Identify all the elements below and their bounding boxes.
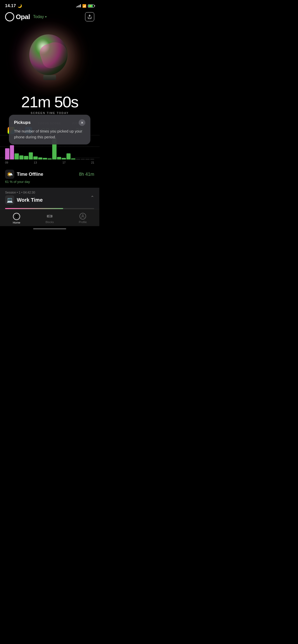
orb-sphere bbox=[29, 34, 67, 75]
moon-icon: 🌙 bbox=[18, 4, 22, 8]
time-offline-icon: 🌤️ bbox=[5, 170, 14, 179]
tab-home-label: Home bbox=[13, 221, 20, 224]
bar-6 bbox=[33, 156, 38, 159]
svg-point-9 bbox=[82, 215, 83, 216]
status-left: 14.17 🌙 bbox=[5, 4, 22, 8]
bar-3 bbox=[19, 155, 24, 159]
opal-orb bbox=[29, 34, 70, 83]
time-offline-sub: 61 % of your day bbox=[5, 180, 94, 184]
screen-time-value: 21m 50s bbox=[5, 94, 94, 110]
status-time: 14.17 bbox=[5, 4, 16, 8]
tooltip-description: The number of times you picked up your p… bbox=[14, 128, 85, 140]
signal-bar-4 bbox=[80, 4, 81, 7]
tab-bar: Home Blocks Profile bbox=[0, 209, 99, 226]
period-label: Today bbox=[33, 14, 44, 19]
opal-circle-logo bbox=[5, 12, 14, 21]
home-indicator-bar bbox=[33, 228, 66, 229]
period-chevron: ▾ bbox=[45, 15, 47, 19]
session-name-row: 💻 Work Time bbox=[5, 195, 43, 204]
time-offline-label: Time Offline bbox=[17, 172, 43, 177]
session-meta: Session • 1 • 04:42:30 bbox=[5, 191, 43, 194]
battery-icon: ⚡ bbox=[88, 4, 94, 8]
session-chevron-up[interactable]: ⌃ bbox=[90, 195, 94, 200]
screen-time-label: SCREEN TIME TODAY bbox=[5, 111, 94, 114]
orb-stand bbox=[43, 75, 56, 80]
bar-1 bbox=[10, 145, 14, 159]
header: Opal Today ▾ bbox=[0, 10, 99, 25]
bar-18 bbox=[85, 159, 90, 159]
pickups-tooltip: Pickups ✕ The number of times you picked… bbox=[9, 115, 90, 144]
bar-9 bbox=[48, 158, 52, 159]
time-offline-row: 🌤️ Time Offline 8h 41m bbox=[5, 170, 94, 179]
session-name: Work Time bbox=[17, 197, 43, 203]
share-button[interactable] bbox=[85, 12, 94, 21]
tab-profile[interactable]: Profile bbox=[66, 212, 99, 225]
tooltip-title: Pickups bbox=[14, 120, 31, 125]
signal-bar-3 bbox=[79, 5, 79, 7]
period-selector[interactable]: Today ▾ bbox=[33, 14, 47, 19]
status-right: 📶 ⚡ bbox=[76, 4, 94, 8]
signal-bar-2 bbox=[77, 6, 78, 7]
bar-8 bbox=[43, 158, 47, 159]
chart-label-09: 09 bbox=[5, 161, 8, 164]
tab-profile-label: Profile bbox=[79, 221, 87, 224]
app-name: Opal bbox=[16, 13, 30, 21]
signal-bar-1 bbox=[76, 7, 77, 7]
status-bar: 14.17 🌙 📶 ⚡ bbox=[0, 0, 99, 10]
chart-label-21: 21 bbox=[91, 161, 94, 164]
logo-area: Opal Today ▾ bbox=[5, 12, 47, 21]
chart-label-13: 13 bbox=[34, 161, 37, 164]
time-offline-section: 🌤️ Time Offline 8h 41m 61 % of your day bbox=[0, 166, 99, 187]
session-meta-text: Session • 1 • 04:42:30 bbox=[5, 191, 35, 194]
bar-10 bbox=[57, 157, 61, 159]
blocks-tab-icon bbox=[46, 213, 53, 219]
bar-17 bbox=[81, 159, 85, 159]
tooltip-header: Pickups ✕ bbox=[14, 119, 85, 126]
charging-bolt: ⚡ bbox=[89, 5, 92, 7]
chart-labels: 09 13 17 21 bbox=[5, 159, 94, 166]
chart-container: 09 13 17 21 Pickups ✕ The number of time… bbox=[0, 135, 99, 166]
bar-14 bbox=[66, 153, 71, 159]
profile-tab-icon bbox=[79, 213, 86, 219]
tab-blocks[interactable]: Blocks bbox=[33, 212, 66, 225]
bar-19 bbox=[90, 159, 94, 159]
tab-blocks-label: Blocks bbox=[46, 221, 54, 224]
bar-4 bbox=[24, 156, 28, 159]
wifi-icon: 📶 bbox=[82, 4, 86, 8]
tab-home[interactable]: Home bbox=[0, 212, 33, 225]
chart-label-17: 17 bbox=[62, 161, 65, 164]
bar-7 bbox=[38, 157, 43, 159]
opal-logo: Opal bbox=[5, 12, 30, 21]
opal-inner bbox=[8, 15, 11, 19]
home-icon-inner bbox=[15, 215, 18, 218]
home-tab-icon bbox=[13, 213, 20, 220]
session-emoji: 💻 bbox=[5, 195, 14, 204]
bar-2 bbox=[15, 153, 19, 159]
session-info: Session • 1 • 04:42:30 💻 Work Time ⌃ bbox=[5, 191, 94, 204]
session-bar[interactable]: Session • 1 • 04:42:30 💻 Work Time ⌃ bbox=[0, 188, 99, 209]
orb-container bbox=[0, 25, 99, 92]
home-indicator bbox=[0, 226, 99, 230]
bar-16 bbox=[76, 159, 80, 159]
bar-5 bbox=[29, 152, 33, 159]
session-left: Session • 1 • 04:42:30 💻 Work Time bbox=[5, 191, 43, 204]
time-offline-value: 8h 41m bbox=[79, 172, 94, 177]
signal-bars bbox=[76, 4, 81, 7]
bar-15 bbox=[71, 158, 75, 159]
tooltip-close-button[interactable]: ✕ bbox=[79, 119, 85, 126]
time-offline-left: 🌤️ Time Offline bbox=[5, 170, 43, 179]
bar-11 bbox=[62, 158, 66, 159]
share-icon bbox=[87, 14, 92, 19]
bar-0 bbox=[5, 148, 9, 159]
